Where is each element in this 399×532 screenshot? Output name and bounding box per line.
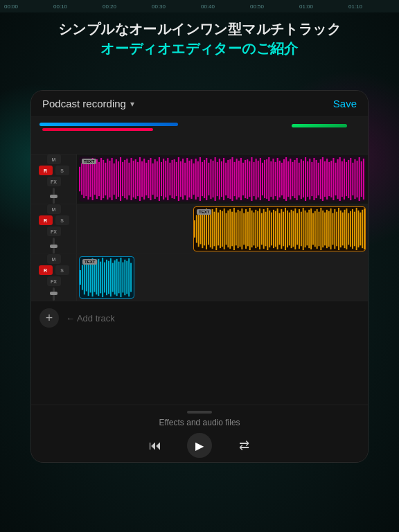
- fx-button-3[interactable]: FX: [47, 276, 61, 286]
- svg-rect-40: [165, 161, 166, 197]
- svg-rect-174: [275, 211, 276, 247]
- svg-rect-220: [80, 270, 81, 285]
- record-button-1[interactable]: R: [39, 166, 53, 175]
- svg-rect-76: [242, 163, 244, 195]
- fx-button-2[interactable]: FX: [47, 227, 61, 236]
- add-track-label[interactable]: ← Add track: [66, 313, 115, 323]
- svg-rect-58: [204, 160, 205, 198]
- fx-button-1[interactable]: FX: [47, 177, 61, 186]
- svg-rect-215: [356, 208, 357, 250]
- svg-rect-207: [340, 211, 342, 247]
- svg-rect-172: [271, 213, 272, 246]
- svg-rect-78: [247, 159, 248, 199]
- waveform-area-2[interactable]: TEXT: [77, 204, 368, 254]
- svg-rect-13: [107, 159, 108, 200]
- svg-rect-0: [79, 167, 80, 191]
- svg-rect-223: [86, 264, 87, 292]
- svg-rect-89: [270, 161, 272, 197]
- svg-rect-104: [303, 161, 304, 197]
- svg-rect-209: [344, 210, 346, 248]
- svg-rect-233: [106, 260, 107, 295]
- svg-rect-232: [104, 263, 105, 293]
- record-button-3[interactable]: R: [39, 265, 53, 275]
- svg-rect-240: [121, 258, 122, 297]
- svg-rect-20: [122, 162, 123, 196]
- svg-rect-12: [105, 163, 106, 195]
- waveform-area-1[interactable]: TEXT: [77, 154, 368, 204]
- svg-rect-187: [301, 212, 302, 247]
- panel-handle[interactable]: [187, 411, 212, 414]
- add-track-row: + ← Add track: [31, 301, 368, 335]
- svg-rect-167: [261, 213, 263, 245]
- svg-rect-6: [92, 158, 94, 200]
- volume-thumb-1: [50, 195, 57, 198]
- waveform-area-3[interactable]: TEXT: [77, 254, 368, 301]
- svg-rect-128: [354, 159, 355, 199]
- svg-rect-39: [163, 159, 164, 200]
- svg-rect-102: [299, 163, 300, 195]
- svg-rect-206: [338, 208, 339, 250]
- solo-button-1[interactable]: S: [55, 166, 69, 175]
- mute-button-3[interactable]: M: [47, 254, 61, 264]
- svg-rect-23: [128, 163, 130, 195]
- svg-rect-73: [236, 159, 238, 200]
- svg-rect-97: [287, 161, 289, 197]
- mini-track-2: [42, 128, 153, 131]
- svg-rect-83: [258, 161, 259, 197]
- svg-rect-203: [332, 213, 334, 245]
- svg-rect-148: [224, 209, 225, 249]
- svg-rect-43: [172, 160, 173, 198]
- rewind-button[interactable]: ⏮: [143, 433, 168, 458]
- svg-rect-1: [81, 163, 82, 195]
- svg-rect-116: [328, 162, 330, 196]
- text-badge-1: TEXT: [82, 159, 96, 164]
- svg-rect-142: [212, 209, 213, 249]
- header-sub-text: オーディオエディターのご紹介: [28, 39, 371, 58]
- svg-rect-107: [309, 159, 310, 200]
- svg-rect-175: [277, 209, 278, 249]
- svg-rect-96: [285, 157, 287, 201]
- svg-rect-115: [326, 159, 328, 200]
- svg-rect-188: [303, 208, 304, 250]
- svg-rect-213: [352, 209, 353, 249]
- volume-slider-3[interactable]: [53, 287, 55, 301]
- svg-rect-235: [110, 258, 112, 296]
- svg-rect-52: [190, 159, 192, 199]
- mini-track-3: [292, 124, 347, 127]
- svg-rect-9: [98, 162, 100, 196]
- svg-rect-163: [254, 213, 255, 246]
- save-button[interactable]: Save: [333, 98, 357, 109]
- svg-rect-155: [238, 210, 239, 248]
- solo-button-2[interactable]: S: [55, 215, 69, 225]
- loop-button[interactable]: ⇄: [231, 433, 256, 458]
- volume-slider-2[interactable]: [53, 238, 55, 254]
- svg-rect-202: [330, 209, 332, 249]
- project-selector[interactable]: Podcast recording ▾: [42, 98, 134, 109]
- svg-rect-197: [320, 208, 321, 250]
- svg-rect-79: [249, 161, 250, 197]
- play-button[interactable]: ▶: [187, 433, 212, 458]
- svg-rect-196: [319, 212, 320, 247]
- record-button-2[interactable]: R: [39, 215, 53, 225]
- svg-rect-57: [202, 162, 203, 196]
- mute-button-2[interactable]: M: [47, 204, 61, 214]
- svg-rect-25: [133, 161, 134, 197]
- svg-rect-212: [350, 211, 351, 247]
- volume-slider-1[interactable]: [53, 188, 55, 204]
- track-timeline-header: 00:10 00:20 00:30 00:40 00:50 01:00 01:1…: [31, 139, 368, 154]
- svg-rect-218: [362, 210, 363, 248]
- svg-rect-82: [256, 159, 257, 200]
- svg-rect-10: [100, 158, 102, 200]
- mute-button-1[interactable]: M: [47, 154, 61, 164]
- svg-rect-15: [112, 158, 113, 200]
- svg-rect-181: [289, 213, 290, 246]
- svg-rect-71: [231, 157, 233, 201]
- svg-rect-90: [272, 159, 274, 200]
- waveform-clip-2: TEXT: [193, 206, 366, 251]
- solo-button-3[interactable]: S: [55, 265, 69, 275]
- svg-rect-38: [161, 162, 162, 196]
- app-window: Podcast recording ▾ Save 00:10 00:20 00:…: [30, 90, 369, 463]
- svg-rect-183: [293, 211, 294, 247]
- add-track-button[interactable]: +: [39, 308, 59, 328]
- ruler-mark: 00:00: [3, 3, 52, 10]
